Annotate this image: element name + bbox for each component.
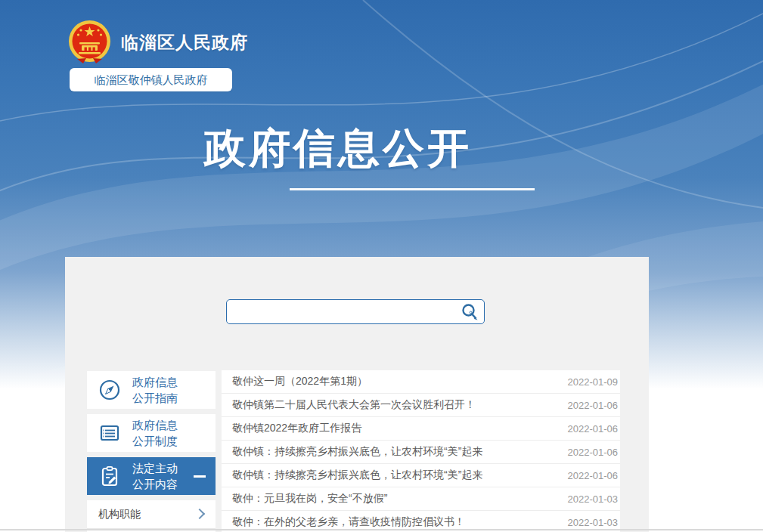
- list-item[interactable]: 敬仲镇2022年政府工作报告 2022-01-06: [222, 417, 620, 441]
- news-date: 2022-01-03: [568, 493, 621, 505]
- list-item[interactable]: 敬仲镇：持续擦亮乡村振兴底色，让农村环境“美”起来 2022-01-06: [222, 441, 620, 464]
- news-title: 敬仲镇：持续擦亮乡村振兴底色，让农村环境“美”起来: [222, 469, 568, 482]
- news-title: 敬仲镇第二十届人民代表大会第一次会议胜利召开！: [222, 398, 568, 412]
- news-list: 敬仲这一周（2022年第1期） 2022-01-09 敬仲镇第二十届人民代表大会…: [222, 370, 620, 532]
- sidebar-item-label: 法定主动 公开内容: [132, 460, 178, 492]
- sidebar-subitem-agency-functions[interactable]: 机构职能: [87, 500, 216, 529]
- search-box: [226, 299, 485, 324]
- national-emblem-icon: [68, 20, 111, 65]
- list-item[interactable]: 敬仲：元旦我在岗，安全“不放假” 2022-01-03: [222, 487, 620, 511]
- collapse-minus-icon: [194, 475, 206, 478]
- site-logo-link[interactable]: 临淄区人民政府: [68, 20, 248, 65]
- sidebar-item-guide[interactable]: 政府信息 公开指南: [87, 371, 216, 409]
- news-title: 敬仲镇：持续擦亮乡村振兴底色，让农村环境“美”起来: [222, 445, 568, 459]
- sub-gov-button[interactable]: 临淄区敬仲镇人民政府: [70, 68, 232, 91]
- news-title: 敬仲：在外的父老乡亲，请查收疫情防控倡议书！: [222, 515, 568, 529]
- search-icon: [460, 302, 479, 322]
- list-item[interactable]: 敬仲镇第二十届人民代表大会第一次会议胜利召开！ 2022-01-06: [222, 394, 620, 417]
- compass-icon: [98, 379, 122, 401]
- content-panel: 政府信息 公开指南 政府信息: [65, 257, 649, 532]
- news-date: 2022-01-09: [568, 376, 621, 388]
- sidebar-subitem-label: 机构职能: [98, 508, 141, 521]
- bottom-scroll-edge: [0, 529, 763, 530]
- list-item[interactable]: 敬仲镇：持续擦亮乡村振兴底色，让农村环境“美”起来 2022-01-06: [222, 464, 620, 487]
- news-date: 2022-01-06: [568, 400, 621, 411]
- page-title: 政府信息公开: [204, 121, 472, 177]
- sidebar: 政府信息 公开指南 政府信息: [87, 371, 216, 532]
- news-date: 2022-01-06: [568, 470, 621, 481]
- search-input[interactable]: [233, 301, 455, 324]
- news-title: 敬仲：元旦我在岗，安全“不放假”: [222, 492, 568, 506]
- sidebar-item-label: 政府信息 公开指南: [132, 374, 178, 406]
- news-title: 敬仲这一周（2022年第1期）: [222, 375, 568, 388]
- news-date: 2022-01-06: [568, 423, 621, 435]
- news-date: 2022-01-06: [568, 447, 621, 458]
- sidebar-item-label: 政府信息 公开制度: [132, 417, 178, 449]
- gov-name: 临淄区人民政府: [121, 31, 248, 54]
- news-date: 2022-01-03: [568, 517, 621, 528]
- search-button[interactable]: [460, 302, 479, 322]
- news-title: 敬仲镇2022年政府工作报告: [222, 422, 568, 435]
- sidebar-item-system[interactable]: 政府信息 公开制度: [87, 414, 216, 452]
- sidebar-item-statutory-disclosure[interactable]: 法定主动 公开内容: [87, 457, 216, 495]
- page: 临淄区人民政府 临淄区敬仲镇人民政府 政府信息公开: [0, 0, 763, 532]
- document-icon: [98, 422, 122, 444]
- clipboard-pencil-icon: [98, 465, 122, 487]
- list-item[interactable]: 敬仲这一周（2022年第1期） 2022-01-09: [222, 370, 620, 394]
- chevron-right-icon: [194, 509, 205, 519]
- title-underline: [290, 188, 535, 190]
